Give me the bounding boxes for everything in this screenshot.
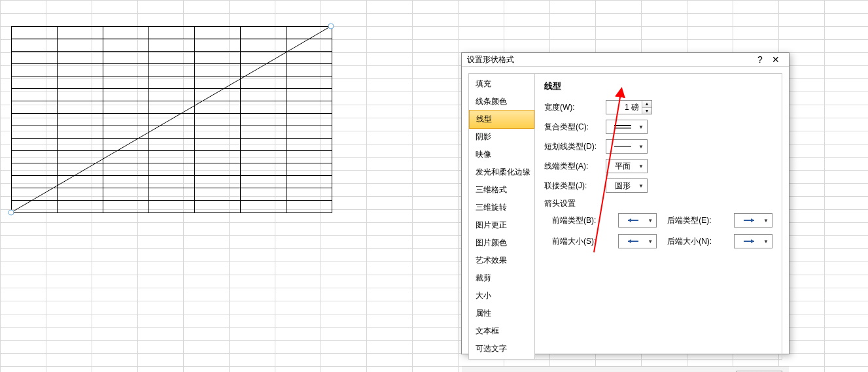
cap-type-value: 平面 bbox=[609, 161, 636, 172]
svg-marker-7 bbox=[628, 218, 631, 222]
compound-type-combo[interactable]: ▼ bbox=[606, 120, 648, 134]
category-line-color[interactable]: 线条颜色 bbox=[469, 93, 534, 110]
chevron-down-icon: ▼ bbox=[646, 218, 655, 224]
category-reflection[interactable]: 映像 bbox=[469, 146, 534, 163]
category-line-style[interactable]: 线型 bbox=[469, 110, 534, 129]
width-spin-up[interactable]: ▲ bbox=[642, 101, 651, 108]
cap-type-combo[interactable]: 平面 ▼ bbox=[606, 159, 648, 173]
chevron-down-icon: ▼ bbox=[761, 218, 771, 224]
begin-size-combo[interactable]: ▼ bbox=[618, 234, 657, 248]
cap-type-label: 线端类型(A): bbox=[544, 161, 600, 172]
svg-marker-11 bbox=[628, 239, 631, 243]
arrow-begin-size-icon bbox=[621, 238, 646, 245]
compound-type-label: 复合类型(C): bbox=[544, 122, 600, 133]
category-crop[interactable]: 裁剪 bbox=[469, 269, 534, 287]
arrow-end-type-icon bbox=[737, 217, 761, 224]
dash-type-icon bbox=[609, 143, 636, 150]
width-spinner[interactable]: ▲ ▼ bbox=[606, 100, 652, 114]
end-type-label: 后端类型(E): bbox=[667, 215, 723, 226]
chevron-down-icon: ▼ bbox=[636, 124, 646, 130]
end-type-combo[interactable]: ▼ bbox=[734, 213, 773, 228]
chevron-down-icon: ▼ bbox=[636, 163, 646, 169]
category-artistic-effects[interactable]: 艺术效果 bbox=[469, 252, 534, 269]
format-shape-dialog: 设置形状格式 ? ✕ 填充 线条颜色 线型 阴影 映像 发光和柔化边缘 三维格式… bbox=[461, 52, 790, 354]
end-size-label: 后端大小(N): bbox=[667, 236, 723, 247]
chevron-down-icon: ▼ bbox=[636, 144, 646, 150]
end-size-combo[interactable]: ▼ bbox=[734, 234, 773, 248]
arrow-end-size-icon bbox=[737, 238, 761, 245]
begin-type-label: 前端类型(B): bbox=[552, 215, 608, 226]
join-type-value: 圆形 bbox=[609, 180, 636, 192]
category-properties[interactable]: 属性 bbox=[469, 305, 534, 322]
width-spin-down[interactable]: ▼ bbox=[642, 108, 651, 114]
width-input[interactable] bbox=[606, 101, 642, 114]
compound-type-icon bbox=[609, 124, 636, 130]
arrow-section-label: 箭头设置 bbox=[544, 198, 773, 209]
begin-type-combo[interactable]: ▼ bbox=[618, 213, 657, 228]
category-3d-rotation[interactable]: 三维旋转 bbox=[469, 199, 534, 216]
join-type-combo[interactable]: 圆形 ▼ bbox=[606, 178, 648, 193]
begin-size-label: 前端大小(S): bbox=[552, 236, 608, 247]
svg-marker-13 bbox=[751, 239, 754, 243]
svg-marker-9 bbox=[751, 218, 754, 222]
help-button[interactable]: ? bbox=[752, 53, 768, 66]
category-alt-text[interactable]: 可选文字 bbox=[469, 340, 534, 358]
chevron-down-icon: ▼ bbox=[761, 239, 771, 245]
close-icon[interactable]: ✕ bbox=[768, 53, 784, 66]
category-picture-corrections[interactable]: 图片更正 bbox=[469, 216, 534, 234]
dash-type-label: 短划线类型(D): bbox=[544, 141, 600, 152]
category-3d-format[interactable]: 三维格式 bbox=[469, 181, 534, 199]
dialog-title: 设置形状格式 bbox=[467, 54, 752, 65]
chevron-down-icon: ▼ bbox=[636, 183, 646, 189]
line-style-panel: 线型 宽度(W): ▲ ▼ 复合类型(C): ▼ bbox=[535, 73, 782, 360]
category-textbox[interactable]: 文本框 bbox=[469, 322, 534, 340]
category-shadow[interactable]: 阴影 bbox=[469, 128, 534, 146]
category-fill[interactable]: 填充 bbox=[469, 75, 534, 93]
category-list: 填充 线条颜色 线型 阴影 映像 发光和柔化边缘 三维格式 三维旋转 图片更正 … bbox=[468, 73, 535, 360]
dialog-footer: 关闭 bbox=[462, 366, 789, 372]
dialog-titlebar[interactable]: 设置形状格式 ? ✕ bbox=[462, 53, 789, 67]
category-size[interactable]: 大小 bbox=[469, 287, 534, 305]
embedded-table-shape[interactable] bbox=[11, 26, 332, 213]
join-type-label: 联接类型(J): bbox=[544, 180, 600, 192]
arrow-begin-type-icon bbox=[621, 217, 646, 224]
category-glow[interactable]: 发光和柔化边缘 bbox=[469, 163, 534, 181]
category-picture-color[interactable]: 图片颜色 bbox=[469, 234, 534, 252]
width-label: 宽度(W): bbox=[544, 102, 600, 113]
panel-heading: 线型 bbox=[544, 80, 773, 92]
dash-type-combo[interactable]: ▼ bbox=[606, 139, 648, 154]
chevron-down-icon: ▼ bbox=[646, 239, 655, 245]
